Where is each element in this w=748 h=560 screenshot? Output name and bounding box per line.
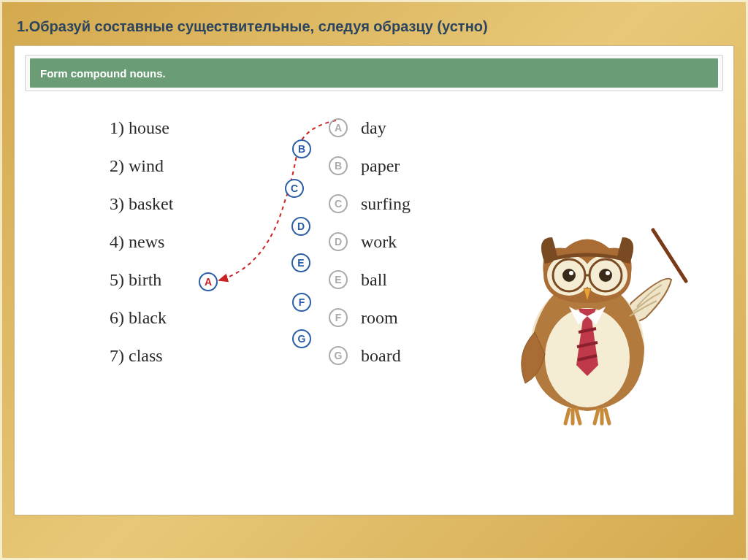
svg-point-11	[606, 271, 610, 275]
right-item: Dwork	[329, 223, 411, 261]
left-item: 1) house	[110, 109, 173, 147]
left-item-number: 1)	[110, 118, 124, 138]
left-item-word: basket	[129, 194, 173, 214]
option-letter-circle: C	[329, 194, 348, 213]
left-item: 5) birth	[110, 261, 173, 299]
left-item: 6) black	[110, 299, 173, 337]
left-item-number: 5)	[110, 270, 124, 290]
right-item: Eball	[329, 261, 411, 299]
left-column: 1) house2) wind3) basket4) news5) birth6…	[110, 109, 173, 375]
left-item-number: 6)	[110, 308, 124, 328]
left-item-word: birth	[129, 270, 161, 290]
exercise-card: Form compound nouns. 1) house2) wind3) b…	[14, 45, 734, 515]
header-bar-container: Form compound nouns.	[25, 55, 723, 91]
option-letter-circle: G	[329, 346, 348, 365]
header-bar: Form compound nouns.	[30, 58, 718, 88]
left-item-word: news	[129, 232, 164, 252]
answer-slot-circle[interactable]: G	[292, 329, 311, 348]
svg-point-8	[562, 269, 576, 282]
left-item-number: 4)	[110, 232, 124, 252]
option-letter-circle: D	[329, 232, 348, 251]
owl-illustration	[500, 223, 690, 427]
right-item: Bpaper	[329, 147, 411, 185]
option-letter-circle: E	[329, 270, 348, 289]
option-letter-circle: F	[329, 308, 348, 327]
right-item-word: ball	[361, 270, 387, 290]
right-item: Gboard	[329, 337, 411, 375]
right-item: Csurfing	[329, 185, 411, 223]
right-item-word: surfing	[361, 194, 411, 214]
option-letter-circle: B	[329, 156, 348, 175]
left-item: 2) wind	[110, 147, 173, 185]
right-item: Aday	[329, 109, 411, 147]
option-letter-circle: A	[329, 118, 348, 137]
header-text: Form compound nouns.	[40, 67, 166, 80]
svg-point-10	[569, 271, 573, 275]
left-item-word: wind	[129, 156, 164, 176]
answer-slot-circle[interactable]: E	[291, 253, 310, 272]
left-item-word: black	[129, 308, 167, 328]
right-item-word: room	[361, 308, 398, 328]
svg-point-9	[599, 269, 612, 282]
exercise-title: 1.Образуй составные существительные, сле…	[17, 18, 734, 35]
left-item-word: house	[129, 118, 169, 138]
svg-line-0	[653, 230, 686, 281]
right-item-word: paper	[361, 156, 400, 176]
right-item-word: board	[361, 346, 401, 366]
left-item-number: 7)	[110, 346, 124, 366]
left-item-number: 3)	[110, 194, 124, 214]
answer-slot-circle[interactable]: C	[285, 179, 304, 198]
answer-slot-circle[interactable]: D	[291, 217, 310, 236]
left-item: 3) basket	[110, 185, 173, 223]
right-item-word: day	[361, 118, 386, 138]
left-item: 7) class	[110, 337, 173, 375]
answer-slot-circle[interactable]: B	[292, 139, 311, 158]
example-answer-circle: A	[199, 272, 218, 291]
right-column: AdayBpaperCsurfingDworkEballFroomGboard	[329, 109, 411, 375]
left-item-number: 2)	[110, 156, 124, 176]
exercise-content: 1) house2) wind3) basket4) news5) birth6…	[15, 91, 733, 515]
right-item-word: work	[361, 232, 397, 252]
right-item: Froom	[329, 299, 411, 337]
left-item: 4) news	[110, 223, 173, 261]
answer-slot-circle[interactable]: F	[292, 293, 311, 312]
left-item-word: class	[129, 346, 163, 366]
